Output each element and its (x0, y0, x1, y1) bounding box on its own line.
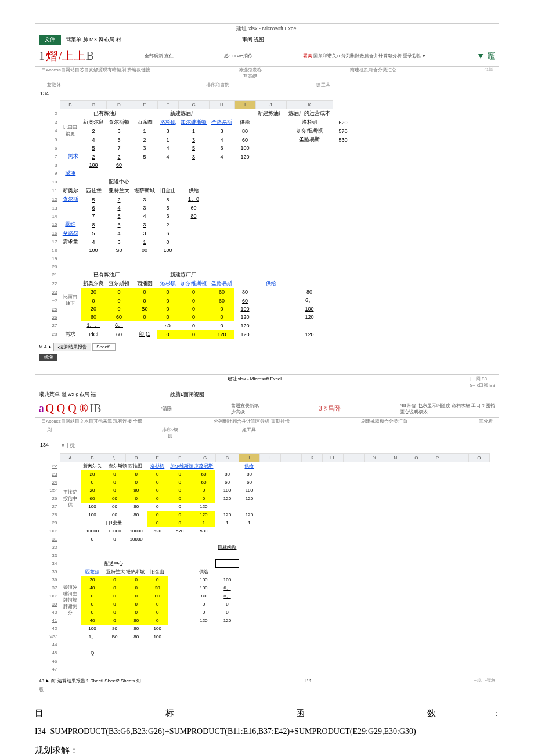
cell[interactable]: 1。 (81, 633, 104, 641)
cell[interactable]: 供给 (192, 568, 215, 576)
solver-group[interactable]: *El 带冒 乜东显示叫随度 命构求解 工日 ? 图裕 匮心说明极浓 (400, 402, 495, 415)
cell[interactable]: 0 (178, 288, 209, 296)
col-hdr[interactable]: E (147, 454, 168, 462)
cell[interactable]: 60 (106, 313, 132, 321)
cell[interactable]: 3 (157, 212, 178, 220)
cell[interactable]: 加尔维斯顿 (286, 127, 333, 135)
cell[interactable]: 0 (104, 478, 125, 487)
cell[interactable]: 查尔斯顿 (106, 279, 132, 288)
refresh-button[interactable]: 全部碉新 (145, 53, 163, 59)
cell[interactable]: 60 (106, 161, 132, 169)
datatools-2[interactable]: 分列删挂翱合并计算阿分析 重期排恬 (214, 418, 289, 424)
cell[interactable]: 40 (81, 617, 104, 625)
cell[interactable]: 60 (234, 135, 255, 144)
clear-btn-2[interactable]: *清除 (161, 405, 172, 412)
cell[interactable]: 80 (104, 625, 125, 633)
cell[interactable]: 3 (178, 135, 209, 144)
cell[interactable]: 60 (209, 296, 234, 305)
cell[interactable]: 亚特兰大 堪萨斯城 (104, 568, 147, 576)
col-hdr[interactable]: Q (468, 454, 489, 462)
cell[interactable]: 3 (132, 144, 157, 152)
cell[interactable]: 0 (157, 313, 178, 321)
sheet-tabs-2[interactable]: 48 ► 耐 运算结果报告 1 Sheetl Sheet2 Sheets 幻 (39, 678, 141, 684)
cell[interactable]: 620 (147, 527, 168, 535)
cell[interactable]: 60 (104, 511, 125, 519)
cell[interactable]: 5 (106, 135, 132, 144)
cell[interactable]: 0 (125, 470, 147, 478)
nav-buttons[interactable]: M 4 ► (39, 344, 52, 350)
cell[interactable]: 6 (157, 229, 178, 237)
ribbon-sources[interactable]: 日Access目网站目芯目真鳏源现有暗键刷 费编很链接 (41, 67, 150, 80)
cell[interactable]: 6。 (215, 584, 239, 592)
cell[interactable]: 80 (234, 127, 255, 135)
sheet-tab[interactable]: Sheet1 (92, 343, 115, 351)
cell[interactable]: 1 (157, 135, 178, 144)
cell[interactable]: 0 (147, 600, 168, 609)
cell[interactable]: 20 (81, 305, 106, 313)
cell[interactable]: 60 (209, 288, 234, 296)
cell[interactable]: 0 (104, 617, 125, 625)
cell[interactable]: 5 (81, 229, 106, 237)
cell[interactable]: 0 (104, 584, 125, 592)
cell[interactable]: 印-)1 (132, 330, 157, 339)
cell[interactable]: 1 (132, 237, 157, 246)
cell[interactable]: 查尔斯顿 西推图 (104, 462, 147, 470)
cell[interactable]: 0 (147, 478, 168, 487)
ribbon-tab-group-2b[interactable]: 故脑L面闸视图 (170, 391, 204, 398)
cell[interactable]: 0 (157, 288, 178, 296)
cell-link[interactable]: 供给 (239, 462, 259, 470)
cell[interactable]: 3 (132, 204, 157, 212)
cell[interactable]: 旧金山 (157, 186, 178, 195)
cell[interactable]: 2 (132, 135, 157, 144)
cell[interactable]: 洛杉矶 (286, 118, 333, 127)
cell-link[interactable]: 加尔维斯顿 来路易斯 (168, 462, 215, 470)
cell[interactable]: 4 (132, 212, 157, 220)
cell[interactable]: 20 (81, 470, 104, 478)
cell[interactable]: 0 (104, 600, 125, 609)
cell[interactable]: 0 (125, 592, 147, 600)
cell[interactable]: 80 (286, 288, 333, 296)
cell[interactable]: 3 (132, 220, 157, 229)
col-hdr[interactable]: B (215, 454, 239, 462)
cell[interactable]: 80 (125, 633, 147, 641)
cell[interactable]: 120 (215, 511, 239, 519)
cell[interactable]: 80 (239, 470, 259, 478)
reapply-btn[interactable]: 蕾通宜畏新纸 少高级 (231, 402, 259, 415)
cell[interactable]: 100 (81, 625, 104, 633)
cell[interactable]: 100 (215, 487, 239, 495)
cell[interactable]: 0 (125, 478, 147, 487)
cell-link[interactable]: 露维 (60, 220, 81, 229)
cell[interactable]: 0 (104, 576, 125, 584)
cell[interactable]: 0 (81, 609, 104, 617)
cell[interactable]: 新奥尔良 (81, 279, 106, 288)
col-hdr[interactable]: F (168, 454, 192, 462)
cell[interactable]: 100 (81, 511, 104, 519)
cell[interactable]: 10000 (125, 535, 147, 543)
col-hdr[interactable]: F (157, 101, 178, 109)
col-hdr[interactable]: B (81, 454, 104, 462)
cell-link[interactable]: 洛杉机 (147, 462, 168, 470)
col-hdr[interactable]: X (364, 454, 385, 462)
cell[interactable]: 0 (157, 296, 178, 305)
cell[interactable]: 100 (147, 633, 168, 641)
cell[interactable]: 0 (125, 600, 147, 609)
cell[interactable]: 8。 (215, 592, 239, 600)
cell[interactable]: S0 (106, 246, 132, 254)
cell-link[interactable]: 洛杉矶 (157, 279, 178, 288)
cell[interactable]: 0 (104, 592, 125, 600)
cell[interactable]: 0 (209, 305, 234, 313)
cell[interactable]: 80 (125, 487, 147, 495)
cell[interactable]: 10000 (104, 527, 125, 535)
col-hdr[interactable]: C (81, 101, 106, 109)
cell[interactable]: 120 (215, 495, 239, 503)
cell[interactable]: 60 (215, 478, 239, 487)
cell[interactable]: 120 (239, 495, 259, 503)
cell[interactable]: 2 (81, 127, 106, 135)
cell[interactable]: Q (81, 649, 104, 657)
file-tab[interactable]: 文件 (39, 35, 61, 45)
cell[interactable]: 0 (104, 487, 125, 495)
cell[interactable]: 0 (81, 592, 104, 600)
cell[interactable]: 新奥尔良 (81, 118, 106, 127)
col-hdr[interactable]: D (125, 454, 147, 462)
sources-2[interactable]: 日Access目网站目文本目其他来源 现有连接 全部 (41, 418, 142, 424)
